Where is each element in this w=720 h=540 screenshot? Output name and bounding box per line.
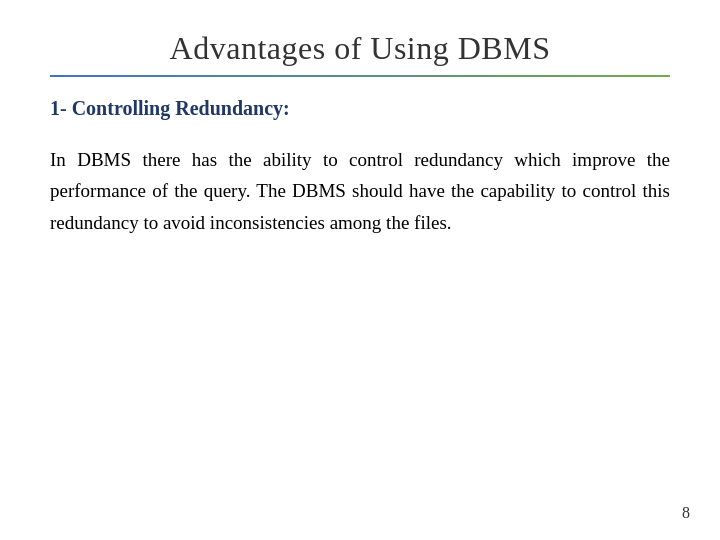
body-paragraph: In DBMS there has the ability to control… [50,144,670,238]
slide-title: Advantages of Using DBMS [50,30,670,67]
page-number: 8 [682,504,690,522]
title-divider [50,75,670,77]
section-heading: 1- Controlling Redundancy: [50,97,670,120]
slide-container: Advantages of Using DBMS 1- Controlling … [0,0,720,540]
title-section: Advantages of Using DBMS [50,30,670,67]
